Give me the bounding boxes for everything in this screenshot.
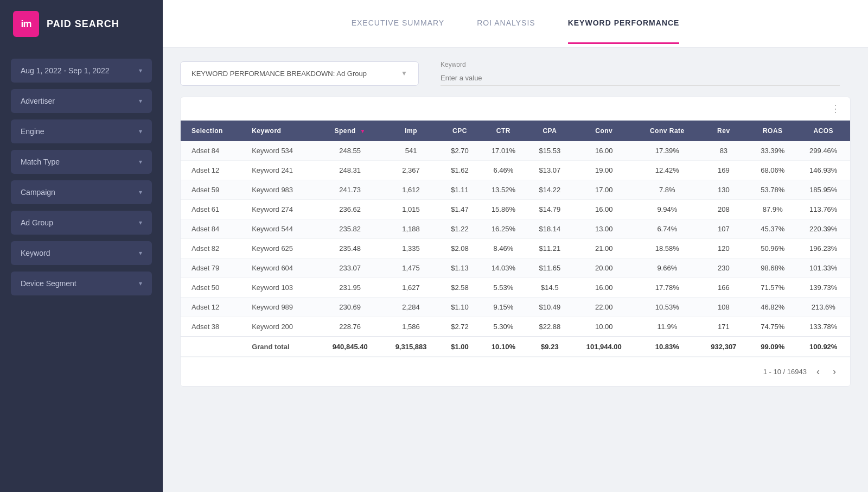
pagination: 1 - 10 / 16943 ‹ › <box>181 357 850 386</box>
chevron-icon: ▾ <box>139 128 142 135</box>
table-options-icon[interactable]: ⋮ <box>831 103 841 115</box>
cell-7: 21.00 <box>572 239 636 258</box>
col-header-spend[interactable]: Spend ▼ <box>318 121 381 141</box>
sidebar-filter-date-range[interactable]: Aug 1, 2022 - Sep 1, 2022▾ <box>11 59 152 83</box>
sidebar-filter-label: Aug 1, 2022 - Sep 1, 2022 <box>21 66 109 75</box>
grand-total-cell-8: 10.83% <box>636 337 699 357</box>
breakdown-select[interactable]: KEYWORD PERFORMANCE BREAKDOWN: Ad Group … <box>180 61 419 86</box>
cell-3: 2,284 <box>382 298 440 317</box>
col-header-imp: Imp <box>382 121 440 141</box>
table-body: Adset 84Keyword 534248.55541$2.7017.01%$… <box>181 141 850 357</box>
cell-0: Adset 61 <box>181 200 246 219</box>
cell-7: 16.00 <box>572 200 636 219</box>
cell-11: 185.95% <box>797 180 851 200</box>
cell-6: $13.07 <box>527 161 572 180</box>
cell-11: 101.33% <box>797 258 851 278</box>
cell-5: 13.52% <box>480 180 527 200</box>
pagination-prev-button[interactable]: ‹ <box>813 365 823 379</box>
cell-3: 1,475 <box>382 258 440 278</box>
cell-3: 1,015 <box>382 200 440 219</box>
sidebar-filter-label: Campaign <box>21 188 55 197</box>
nav-tab-executive-summary[interactable]: EXECUTIVE SUMMARY <box>352 3 445 44</box>
cell-8: 18.58% <box>636 239 699 258</box>
cell-2: 233.07 <box>318 258 381 278</box>
cell-4: $1.22 <box>440 219 479 239</box>
cell-1: Keyword 103 <box>246 278 318 298</box>
cell-2: 231.95 <box>318 278 381 298</box>
grand-total-cell-3: 9,315,883 <box>382 337 440 357</box>
nav-tab-keyword-performance[interactable]: KEYWORD PERFORMANCE <box>568 3 680 44</box>
cell-7: 16.00 <box>572 278 636 298</box>
cell-5: 16.25% <box>480 219 527 239</box>
sidebar-filter-engine[interactable]: Engine▾ <box>11 119 152 143</box>
sidebar-filter-campaign[interactable]: Campaign▾ <box>11 180 152 204</box>
cell-3: 1,612 <box>382 180 440 200</box>
cell-1: Keyword 200 <box>246 317 318 337</box>
cell-7: 22.00 <box>572 298 636 317</box>
table-row: Adset 61Keyword 274236.621,015$1.4715.86… <box>181 200 850 219</box>
sidebar-filter-ad-group[interactable]: Ad Group▾ <box>11 211 152 235</box>
cell-3: 1,335 <box>382 239 440 258</box>
nav-tab-roi-analysis[interactable]: ROI ANALYSIS <box>477 3 535 44</box>
cell-3: 541 <box>382 141 440 161</box>
cell-8: 11.9% <box>636 317 699 337</box>
cell-7: 17.00 <box>572 180 636 200</box>
cell-9: 107 <box>699 219 749 239</box>
cell-8: 17.39% <box>636 141 699 161</box>
cell-9: 108 <box>699 298 749 317</box>
cell-1: Keyword 544 <box>246 219 318 239</box>
cell-2: 230.69 <box>318 298 381 317</box>
cell-3: 2,367 <box>382 161 440 180</box>
chevron-icon: ▾ <box>139 188 142 196</box>
breakdown-chevron-icon: ▼ <box>401 70 407 77</box>
cell-10: 71.57% <box>749 278 796 298</box>
cell-11: 213.6% <box>797 298 851 317</box>
sidebar-filters: Aug 1, 2022 - Sep 1, 2022▾Advertiser▾Eng… <box>0 48 163 306</box>
cell-1: Keyword 274 <box>246 200 318 219</box>
cell-6: $10.49 <box>527 298 572 317</box>
keyword-filter-label: Keyword <box>441 61 840 68</box>
cell-8: 9.66% <box>636 258 699 278</box>
cell-0: Adset 84 <box>181 141 246 161</box>
filter-bar: KEYWORD PERFORMANCE BREAKDOWN: Ad Group … <box>180 61 851 86</box>
top-nav: EXECUTIVE SUMMARYROI ANALYSISKEYWORD PER… <box>163 0 868 48</box>
cell-8: 17.78% <box>636 278 699 298</box>
cell-4: $1.62 <box>440 161 479 180</box>
sidebar-filter-advertiser[interactable]: Advertiser▾ <box>11 89 152 113</box>
sidebar-filter-label: Advertiser <box>21 97 55 105</box>
keyword-filter-input[interactable] <box>441 71 840 86</box>
cell-4: $1.47 <box>440 200 479 219</box>
cell-8: 9.94% <box>636 200 699 219</box>
chevron-icon: ▾ <box>139 158 142 166</box>
chevron-icon: ▾ <box>139 67 142 74</box>
chevron-icon: ▾ <box>139 280 142 287</box>
sidebar-filter-keyword[interactable]: Keyword▾ <box>11 241 152 265</box>
main-content: EXECUTIVE SUMMARYROI ANALYSISKEYWORD PER… <box>163 0 868 492</box>
cell-2: 241.73 <box>318 180 381 200</box>
grand-total-cell-2: 940,845.40 <box>318 337 381 357</box>
cell-3: 1,627 <box>382 278 440 298</box>
cell-1: Keyword 241 <box>246 161 318 180</box>
cell-11: 196.23% <box>797 239 851 258</box>
cell-6: $11.65 <box>527 258 572 278</box>
cell-0: Adset 38 <box>181 317 246 337</box>
table-header: SelectionKeywordSpend ▼ImpCPCCTRCPAConvC… <box>181 121 850 141</box>
pagination-next-button[interactable]: › <box>829 365 839 379</box>
cell-4: $2.08 <box>440 239 479 258</box>
cell-1: Keyword 604 <box>246 258 318 278</box>
table-row: Adset 50Keyword 103231.951,627$2.585.53%… <box>181 278 850 298</box>
sidebar-filter-device-segment[interactable]: Device Segment▾ <box>11 272 152 295</box>
cell-3: 1,586 <box>382 317 440 337</box>
sidebar-filter-match-type[interactable]: Match Type▾ <box>11 150 152 174</box>
col-header-selection: Selection <box>181 121 246 141</box>
app-title: PAID SEARCH <box>47 18 119 30</box>
sidebar-filter-label: Match Type <box>21 157 60 166</box>
table-row: Adset 84Keyword 544235.821,188$1.2216.25… <box>181 219 850 239</box>
pagination-range: 1 - 10 / 16943 <box>763 368 807 376</box>
grand-total-cell-11: 100.92% <box>797 337 851 357</box>
cell-6: $18.14 <box>527 219 572 239</box>
cell-8: 7.8% <box>636 180 699 200</box>
cell-9: 169 <box>699 161 749 180</box>
cell-2: 248.55 <box>318 141 381 161</box>
cell-0: Adset 50 <box>181 278 246 298</box>
